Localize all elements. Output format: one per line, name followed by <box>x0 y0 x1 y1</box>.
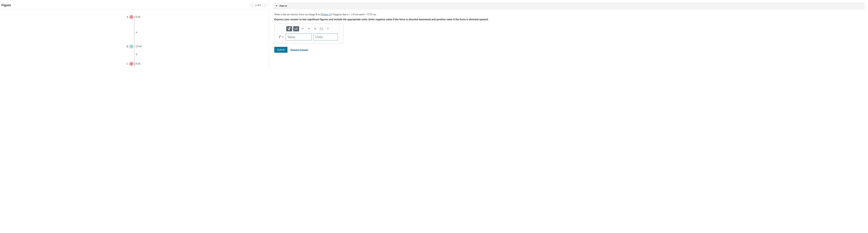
minus-icon: − <box>129 44 133 48</box>
help-icon: ? <box>327 27 329 30</box>
segment-label-a: a <box>135 31 138 34</box>
chevron-right-icon: › <box>265 4 265 6</box>
plus-icon: + <box>129 62 133 66</box>
redo-icon: ↷ <box>308 27 310 30</box>
charge-b-label: B <box>124 45 128 48</box>
val-b: = 0.70 <box>365 13 373 16</box>
answer-box: µÅ ↶ ↷ ↻ ? F = <box>274 24 344 44</box>
redo-button[interactable]: ↷ <box>306 26 312 31</box>
answer-toolbar: µÅ ↶ ↷ ↻ ? <box>286 26 340 31</box>
undo-button[interactable]: ↶ <box>300 26 305 31</box>
answer-instructions: Express your answer to two significant f… <box>274 18 864 21</box>
q-after-link: )? Suppose that <box>330 13 347 16</box>
plus-icon: + <box>129 15 133 19</box>
answer-lhs: F = <box>279 35 284 39</box>
svg-rect-1 <box>289 27 290 29</box>
units-symbol-label: µÅ <box>294 27 298 30</box>
figure-title: Figure <box>1 3 11 7</box>
units-symbol-button[interactable]: µÅ <box>293 26 299 31</box>
refresh-icon: ↻ <box>314 27 316 30</box>
figure-prev-button[interactable]: ‹ <box>250 3 254 7</box>
question-text: What is the net electric force on charge… <box>274 12 864 16</box>
units-input[interactable] <box>313 33 338 40</box>
figure-header: Figure ‹ 1 of 1 › <box>1 3 267 9</box>
charge-row-b: B − −2.0 nC <box>112 44 157 48</box>
part-header[interactable]: Part A <box>273 2 865 9</box>
figure-axis-line <box>134 16 134 67</box>
charge-row-a: A + 1.0 nC <box>112 15 157 19</box>
keyboard-icon <box>320 28 323 30</box>
q-mid: in ( <box>317 13 322 16</box>
templates-button[interactable] <box>286 26 292 31</box>
charge-c-value: 2.0 nC <box>134 62 145 65</box>
q-period: . <box>376 13 376 16</box>
svg-rect-0 <box>288 27 289 29</box>
chevron-left-icon: ‹ <box>251 4 252 6</box>
figure-pager-text: 1 of 1 <box>255 4 261 7</box>
q-prefix: What is the net electric force on charge <box>274 13 316 16</box>
figure-next-button[interactable]: › <box>262 3 267 7</box>
action-row: Submit Request Answer <box>274 47 865 53</box>
request-answer-link[interactable]: Request Answer <box>290 48 308 51</box>
svg-rect-2 <box>288 29 289 30</box>
charge-a-label: A <box>124 15 128 19</box>
unit-b: cm <box>373 13 376 16</box>
figure-panel: Figure ‹ 1 of 1 › A + 1.0 nC a B − <box>0 0 269 68</box>
figure-pager: ‹ 1 of 1 › <box>250 3 267 7</box>
charge-b-value: −2.0 nC <box>134 45 145 48</box>
reset-button[interactable]: ↻ <box>313 26 318 31</box>
q-and: and <box>358 13 363 16</box>
q-charge: B <box>316 13 317 16</box>
charge-a-value: 1.0 nC <box>134 15 145 19</box>
undo-icon: ↶ <box>302 27 304 30</box>
help-button[interactable]: ? <box>325 26 330 31</box>
keyboard-button[interactable] <box>319 26 324 31</box>
var-a: a <box>347 13 349 16</box>
figure-link[interactable]: Figure 1 <box>322 13 330 16</box>
var-b: b <box>363 13 365 16</box>
part-title: Part A <box>279 4 287 7</box>
chevron-down-icon <box>276 5 277 6</box>
value-input[interactable] <box>286 33 312 40</box>
val-a: = 1.8 <box>348 13 355 16</box>
unit-a: cm <box>355 13 358 16</box>
segment-label-b: b <box>135 53 138 56</box>
submit-button[interactable]: Submit <box>274 47 287 53</box>
templates-icon <box>288 27 291 30</box>
answer-row: F = <box>279 33 340 40</box>
charge-row-c: C + 2.0 nC <box>112 62 157 66</box>
question-panel: Part A What is the net electric force on… <box>269 0 868 68</box>
charge-c-label: C <box>124 62 128 65</box>
figure-canvas: A + 1.0 nC a B − −2.0 nC b C + 2.0 nC <box>112 13 157 67</box>
